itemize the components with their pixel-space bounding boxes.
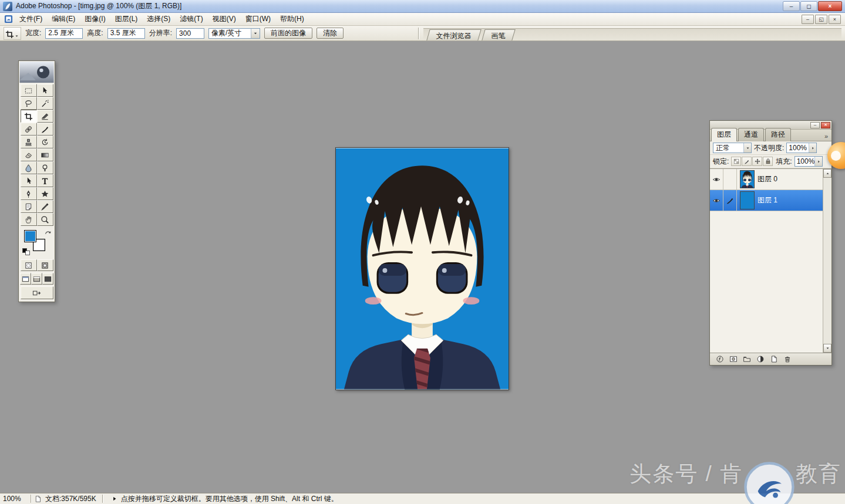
menu-item-layer[interactable]: 图层(L) [110,12,143,26]
layer-visibility-toggle[interactable] [710,190,723,211]
lock-all-toggle[interactable] [763,157,773,166]
new-layer-set-button[interactable] [742,354,752,364]
photo-image[interactable] [336,148,509,390]
feather-icon [3,2,12,11]
tool-clone-stamp-button[interactable] [21,136,37,148]
menu-item-select[interactable]: 选择(S) [142,12,175,26]
tool-rectangular-marquee-button[interactable] [21,84,37,97]
menu-item-view[interactable]: 视图(V) [208,12,241,26]
palette-tab-paths[interactable]: 路径 [765,128,791,141]
scroll-down-button[interactable] [823,344,831,353]
new-layer-button[interactable] [769,354,779,364]
tool-preset-picker[interactable] [4,27,21,40]
tool-type-button[interactable] [37,174,53,187]
resolution-input[interactable]: 300 [176,28,204,39]
layer-name[interactable]: 图层 1 [758,195,777,205]
lock-transparency-toggle[interactable] [731,157,741,166]
toolbox-banner[interactable] [19,62,54,83]
new-adjustment-layer-button[interactable] [756,354,765,364]
quick-mask-mode-button[interactable] [37,259,53,271]
tool-path-selection-button[interactable] [21,174,37,187]
palette-tab-channels[interactable]: 通道 [738,128,764,141]
default-colors-button[interactable] [22,248,31,255]
layers-scrollbar[interactable] [823,169,831,353]
fill-value: 100% [797,157,815,165]
document-restore-button[interactable]: ◱ [815,15,827,24]
menu-item-filter[interactable]: 滤镜(T) [175,12,207,26]
history-brush-icon [41,138,49,147]
layer-row-0[interactable]: 图层 0 [710,169,823,190]
window-minimize-button[interactable]: – [783,1,800,11]
width-input[interactable]: 2.5 厘米 [45,28,83,39]
menu-bar: 文件(F)编辑(E)图像(I)图层(L)选择(S)滤镜(T)视图(V)窗口(W)… [0,13,845,26]
height-input[interactable]: 3.5 厘米 [107,28,145,39]
fullscreen-with-menubar-button[interactable] [31,273,42,285]
window-titlebar[interactable]: Adobe Photoshop - [timg.jpg @ 100% (图层 1… [0,0,845,13]
tool-slice-button[interactable] [37,110,53,123]
tool-eyedropper-button[interactable] [37,200,53,213]
document-size-info[interactable]: 文档:357K/595K [42,494,100,504]
tool-blur-button[interactable] [21,161,37,174]
opacity-slider-arrow-icon[interactable] [809,143,816,153]
foreground-color-swatch[interactable] [24,230,36,242]
zoom-level-field[interactable]: 100% [0,493,28,504]
layer-thumbnail[interactable] [740,170,755,188]
palette-tabs: » 图层通道路径 [710,130,831,141]
tool-lasso-button[interactable] [21,97,37,110]
opacity-field[interactable]: 100% [786,143,817,153]
lock-paint-toggle[interactable] [742,157,752,166]
tool-history-brush-button[interactable] [37,136,53,148]
tool-dodge-button[interactable] [37,161,53,174]
tool-move-button[interactable] [37,84,53,97]
tool-gradient-button[interactable] [37,148,53,161]
switch-colors-button[interactable] [43,228,52,237]
menu-item-help[interactable]: 帮助(H) [275,12,309,26]
document-minimize-button[interactable]: – [802,15,814,24]
resolution-unit-select[interactable]: 像素/英寸 [208,28,260,39]
tool-zoom-button[interactable] [37,213,53,226]
lock-move-toggle[interactable] [752,157,762,166]
delete-layer-button[interactable] [783,354,792,364]
palette-well-tab-brushes[interactable]: 画笔 [482,29,515,40]
palette-well-tab-file-browser[interactable]: 文件浏览器 [426,29,481,40]
add-layer-mask-button[interactable] [729,354,738,364]
blend-mode-select[interactable]: 正常 [713,143,752,153]
fullscreen-mode-button[interactable] [42,273,53,285]
layer-visibility-toggle[interactable] [710,169,723,190]
tool-notes-button[interactable] [21,200,37,213]
palette-menu-arrow[interactable]: » [822,133,830,141]
layer-name[interactable]: 图层 0 [758,174,777,184]
menu-item-edit[interactable]: 编辑(E) [47,12,80,26]
menu-item-image[interactable]: 图像(I) [80,12,110,26]
fill-slider-arrow-icon[interactable] [814,157,822,166]
menu-item-window[interactable]: 窗口(W) [241,12,275,26]
document-close-button[interactable]: × [829,15,841,24]
document-canvas[interactable] [335,147,509,390]
standard-screen-mode-button[interactable] [20,273,31,285]
layer-thumbnail[interactable] [740,191,755,209]
tool-hand-button[interactable] [21,213,37,226]
tool-crop-button[interactable] [21,110,37,123]
tool-magic-wand-button[interactable] [37,97,53,110]
menu-item-file[interactable]: 文件(F) [15,12,47,26]
scroll-up-button[interactable] [823,169,831,178]
tool-healing-brush-button[interactable] [21,123,37,136]
palette-tab-layers[interactable]: 图层 [711,128,737,141]
fill-field[interactable]: 100% [794,156,823,167]
layer-row-1[interactable]: 图层 1 [710,190,823,211]
layer-effects-button[interactable] [715,354,725,364]
palette-minimize-button[interactable]: – [810,122,820,128]
palette-close-button[interactable]: × [821,122,830,128]
clear-button[interactable]: 清除 [317,28,344,39]
window-maximize-button[interactable]: ◻ [800,1,817,11]
tool-custom-shape-button[interactable] [37,187,53,200]
arrow-down-icon [745,146,750,151]
front-image-button[interactable]: 前面的图像 [264,28,312,39]
tool-brush-button[interactable] [37,123,53,136]
scroll-track[interactable] [823,178,831,344]
tool-pen-button[interactable] [21,187,37,200]
window-close-button[interactable]: × [818,1,842,11]
jump-to-imageready-button[interactable] [21,286,53,299]
standard-mode-button[interactable] [21,259,37,271]
tool-eraser-button[interactable] [21,148,37,161]
